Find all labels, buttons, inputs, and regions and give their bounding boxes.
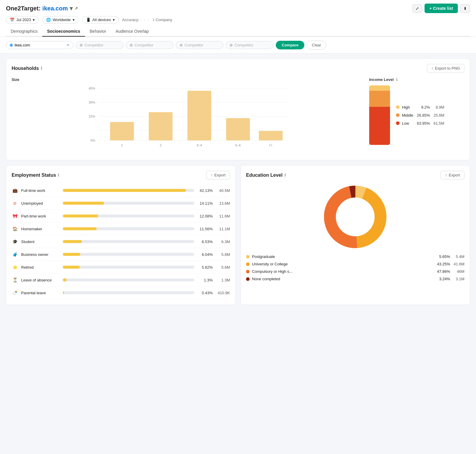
expand-button[interactable]: ⤢	[412, 4, 422, 13]
competitor-dot-3	[180, 44, 183, 47]
education-dot	[246, 277, 250, 281]
employment-label: Leave of absence	[21, 278, 60, 282]
employment-count: 11.1M	[216, 227, 230, 231]
employment-count: 5.8M	[216, 252, 230, 257]
competitor-input-1[interactable]: Competitor	[76, 41, 123, 49]
company-label: ℹ Company	[153, 18, 172, 22]
competitor-input-3[interactable]: Competitor	[176, 41, 223, 49]
employment-icon: 🏠	[12, 226, 18, 232]
employment-list: 💼 Full-time work 42.13% 40.5M ⊘ Unemploy…	[12, 184, 230, 299]
employment-count: 5.6M	[216, 265, 230, 270]
legend-item-low: Low 63.95% 61.5M	[396, 121, 444, 126]
education-legend-label: Compulsory or High s...	[252, 269, 433, 274]
education-legend-item: Compulsory or High s... 47.86% 46M	[246, 269, 464, 274]
tab-socioeconomics[interactable]: Socioeconomics	[42, 26, 85, 37]
education-legend: Postgraduate 5.65% 5.4M University or Co…	[246, 254, 464, 281]
employment-export-button[interactable]: ↑ Export	[206, 171, 230, 179]
employment-card: Employment Status ℹ ↑ Export 💼 Full-time…	[6, 165, 236, 305]
date-filter[interactable]: 📅 Jul 2023 ▾	[6, 16, 39, 24]
external-link-icon[interactable]: ↗	[74, 6, 78, 11]
employment-count: 410.9K	[216, 291, 230, 295]
download-button[interactable]: ⬇	[460, 4, 470, 13]
income-bar-high	[369, 85, 390, 91]
employment-bar-fill	[63, 291, 64, 294]
edu-export-icon: ↑	[445, 173, 447, 177]
employment-icon: ⊘	[12, 200, 18, 206]
export-up-icon: ↑	[211, 173, 213, 177]
svg-text:7+: 7+	[269, 143, 273, 147]
employment-title: Employment Status ℹ	[12, 173, 59, 178]
employment-icon: 🍼	[12, 289, 18, 296]
main-content: Households ℹ ↑ Export to PNG Size	[0, 54, 476, 310]
employment-label: Business owner	[21, 252, 60, 257]
households-header: Households ℹ ↑ Export to PNG	[12, 64, 464, 73]
employment-count: 40.5M	[216, 188, 230, 193]
brand-link[interactable]: ikea.com	[42, 5, 68, 12]
income-bar-low	[369, 107, 390, 145]
search-bar: ✕ Competitor Competitor Competitor Compe…	[0, 37, 476, 54]
employment-bar	[63, 215, 194, 217]
bar-1	[110, 122, 134, 140]
employment-pct: 42.13%	[197, 188, 213, 193]
tab-demographics[interactable]: Demographics	[6, 26, 42, 37]
create-list-button[interactable]: + Create list	[425, 4, 458, 13]
education-legend-pct: 3.24%	[436, 277, 450, 281]
employment-count: 1.3M	[216, 278, 230, 282]
close-icon[interactable]: ✕	[66, 43, 70, 47]
header-actions: ⤢ + Create list ⬇	[412, 4, 470, 13]
competitor-input-2[interactable]: Competitor	[126, 41, 173, 49]
employment-pct: 6.53%	[197, 239, 213, 244]
region-filter[interactable]: 🌐 Worldwide ▾	[42, 16, 78, 24]
households-title: Households ℹ	[12, 66, 42, 71]
bar-7plus	[259, 131, 283, 140]
income-bar-middle	[369, 91, 390, 107]
region-dropdown-icon: ▾	[73, 18, 75, 22]
employment-bar	[63, 202, 194, 205]
date-dropdown-icon: ▾	[33, 18, 35, 22]
compare-button[interactable]: Compare	[276, 41, 304, 49]
education-export-button[interactable]: ↑ Export	[441, 171, 464, 179]
income-level-content: High 9.2% 8.9M Middle 26.85% 25.8M	[369, 85, 464, 145]
employment-icon: 🎓	[12, 238, 18, 245]
legend-dot-high	[396, 105, 400, 109]
date-filter-label: Jul 2023	[16, 18, 31, 22]
legend-dot-middle	[396, 113, 400, 117]
employment-icon: ⭐	[12, 264, 18, 270]
employment-info-icon[interactable]: ℹ	[58, 173, 59, 177]
main-domain-input[interactable]: ✕	[6, 41, 73, 49]
tab-audience-overlap[interactable]: Audience Overlap	[111, 26, 154, 37]
employment-bar-fill	[63, 227, 97, 230]
employment-icon: 🧳	[12, 251, 18, 258]
domain-text-input[interactable]	[15, 43, 65, 47]
employment-row: 🧳 Business owner 6.04% 5.8M	[12, 248, 230, 261]
employment-bar	[63, 253, 194, 256]
bar-34	[187, 91, 211, 140]
svg-text:2: 2	[160, 143, 162, 147]
devices-filter[interactable]: 📱 All devices ▾	[82, 16, 119, 24]
education-info-icon[interactable]: ℹ	[284, 173, 286, 177]
households-export-button[interactable]: ↑ Export to PNG	[427, 64, 464, 73]
employment-bar-fill	[63, 240, 82, 243]
employment-icon: ⏳	[12, 277, 18, 283]
education-header: Education Level ℹ ↑ Export	[246, 171, 464, 179]
education-legend-label: Postgraduate	[252, 254, 433, 259]
education-legend-pct: 5.65%	[436, 254, 450, 259]
income-info-icon[interactable]: ℹ	[396, 77, 397, 82]
employment-pct: 12.08%	[197, 214, 213, 218]
tab-behavior[interactable]: Behavior	[85, 26, 111, 37]
education-legend-count: 41.6M	[452, 262, 464, 266]
employment-row: ⊘ Unemployed 14.11% 13.6M	[12, 197, 230, 210]
app-title-text: One2Target:	[6, 5, 40, 12]
nav-tabs: Demographics Socioeconomics Behavior Aud…	[6, 26, 470, 37]
income-chart: Income Level ℹ High 9.2%	[369, 77, 464, 155]
devices-icon: 📱	[86, 18, 91, 22]
households-info-icon[interactable]: ℹ	[41, 66, 42, 71]
employment-row: ⭐ Retired 5.82% 5.6M	[12, 261, 230, 274]
dropdown-arrow-icon[interactable]: ▾	[70, 5, 73, 12]
clear-button[interactable]: Clear	[307, 40, 326, 50]
filter-bar: 📅 Jul 2023 ▾ 🌐 Worldwide ▾ 📱 All devices…	[6, 16, 470, 24]
competitor-input-4[interactable]: Competitor	[226, 41, 273, 49]
competitor-dot-2	[130, 44, 133, 47]
employment-row: 💼 Full-time work 42.13% 40.5M	[12, 184, 230, 197]
info-icon: ℹ	[153, 18, 154, 22]
